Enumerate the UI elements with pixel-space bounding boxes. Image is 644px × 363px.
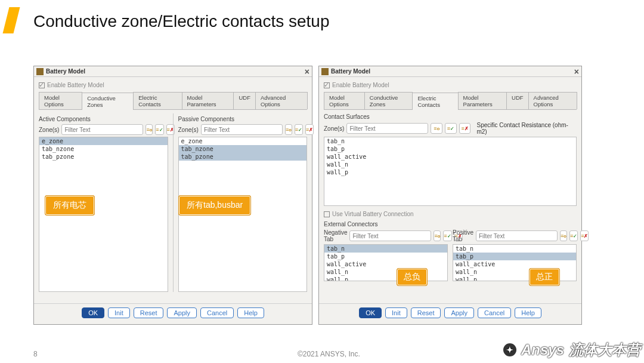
positive-tab-label: Positive Tab [453, 229, 473, 242]
tab-conductive-zones[interactable]: Conductive Zones [82, 93, 134, 110]
dialog-titlebar: Battery Model × [319, 66, 581, 77]
apply-button[interactable]: Apply [167, 307, 197, 318]
list-item[interactable]: wall_n [324, 161, 576, 168]
zones-label: Zone(s) [324, 125, 344, 132]
apply-button[interactable]: Apply [444, 307, 474, 318]
contact-surfaces-label: Contact Surfaces [324, 113, 577, 120]
specific-resistance-label: Specific Contact Resistance (ohm-m2) [476, 122, 577, 135]
list-item[interactable]: e_zone [39, 137, 168, 145]
neg-listbox[interactable]: tab_n tab_p wall_active wall_n wall_p [324, 244, 448, 281]
copyright: ©2021 ANSYS, Inc. [298, 350, 360, 358]
watermark: ✦ Ansys 流体大本营 [503, 340, 640, 359]
wechat-icon: ✦ [503, 343, 516, 356]
close-icon[interactable]: × [574, 67, 579, 76]
select-all-icon[interactable]: ≡✓ [569, 230, 578, 241]
cancel-button[interactable]: Cancel [200, 307, 234, 318]
list-item[interactable]: tab_n [324, 245, 447, 253]
init-button[interactable]: Init [108, 307, 130, 318]
list-item[interactable]: tab_n [324, 137, 576, 145]
callout-positive: 总正 [530, 269, 559, 285]
cancel-button[interactable]: Cancel [478, 307, 511, 318]
dialog-title: Battery Model [46, 68, 85, 75]
filter-exact-icon[interactable]: ≡o [431, 123, 442, 134]
deselect-all-icon[interactable]: ≡✗ [580, 230, 589, 241]
select-all-icon[interactable]: ≡✓ [443, 230, 451, 241]
page-number: 8 [33, 350, 38, 358]
dialog-title: Battery Model [331, 68, 370, 75]
tab-advanced-options[interactable]: Advanced Options [528, 92, 577, 109]
tab-model-parameters[interactable]: Model Parameters [182, 92, 234, 109]
callout-active: 所有电芯 [45, 196, 94, 215]
list-item[interactable]: wall_active [453, 260, 576, 268]
pos-filter-input[interactable] [476, 230, 558, 241]
use-virtual-checkbox[interactable] [324, 211, 330, 217]
callout-negative: 总负 [397, 269, 427, 285]
deselect-all-icon[interactable]: ≡✗ [166, 124, 175, 135]
tab-electric-contacts[interactable]: Electric Contacts [133, 92, 182, 109]
active-filter-input[interactable] [61, 124, 143, 135]
negative-tab-label: Negative Tab [324, 229, 347, 242]
dialog-buttons: OK Init Reset Apply Cancel Help [34, 303, 312, 322]
filter-exact-icon[interactable]: ≡o [285, 124, 292, 135]
surfaces-filter-input[interactable] [346, 123, 428, 134]
slide-title: Conductive zone/Electric contacts setup [33, 12, 329, 31]
callout-passive: 所有tab,busbar [179, 196, 250, 215]
enable-battery-checkbox[interactable] [324, 82, 330, 88]
list-item[interactable]: tab_p [324, 145, 576, 153]
deselect-all-icon[interactable]: ≡✗ [305, 124, 314, 135]
tab-model-options[interactable]: Model Options [39, 92, 82, 109]
passive-filter-input[interactable] [201, 124, 283, 135]
active-components-label: Active Components [39, 116, 168, 122]
tab-udf[interactable]: UDF [233, 92, 256, 109]
select-all-icon[interactable]: ≡✓ [445, 123, 457, 134]
filter-exact-icon[interactable]: ≡o [145, 124, 153, 135]
neg-filter-input[interactable] [349, 230, 431, 241]
deselect-all-icon[interactable]: ≡✗ [459, 123, 471, 134]
reset-button[interactable]: Reset [411, 307, 441, 318]
list-item[interactable]: tab_p [453, 253, 576, 260]
watermark-left: Ansys [521, 342, 564, 358]
app-icon [321, 68, 329, 75]
dialog-buttons: OK Init Reset Apply Cancel Help [319, 303, 581, 322]
ok-button[interactable]: OK [82, 307, 104, 318]
ok-button[interactable]: OK [359, 307, 382, 318]
list-item[interactable]: tab_p [324, 253, 447, 260]
list-item[interactable]: wall_n [324, 268, 447, 276]
tab-electric-contacts[interactable]: Electric Contacts [412, 93, 458, 110]
zones-label: Zone(s) [39, 127, 59, 133]
list-item[interactable]: tab_pzone [179, 153, 307, 161]
surfaces-listbox[interactable]: tab_n tab_p wall_active wall_n wall_p [324, 137, 577, 206]
list-item[interactable]: wall_active [324, 260, 447, 268]
filter-exact-icon[interactable]: ≡o [434, 230, 441, 241]
filter-exact-icon[interactable]: ≡o [560, 230, 567, 241]
select-all-icon[interactable]: ≡✓ [155, 124, 163, 135]
init-button[interactable]: Init [385, 307, 407, 318]
list-item[interactable]: wall_p [324, 168, 576, 176]
watermark-right: 流体大本营 [569, 340, 640, 359]
close-icon[interactable]: × [305, 67, 309, 76]
help-button[interactable]: Help [237, 307, 264, 318]
list-item[interactable]: tab_nzone [179, 145, 307, 153]
zones-label: Zone(s) [178, 127, 199, 133]
tab-advanced-options[interactable]: Advanced Options [255, 92, 308, 109]
list-item[interactable]: tab_n [453, 245, 576, 253]
title-accent [3, 7, 20, 33]
list-item[interactable]: e_zone [179, 137, 307, 145]
tab-model-options[interactable]: Model Options [324, 92, 365, 109]
tabs: Model Options Conductive Zones Electric … [39, 92, 307, 110]
help-button[interactable]: Help [515, 307, 541, 318]
select-all-icon[interactable]: ≡✓ [295, 124, 303, 135]
list-item[interactable]: wall_p [324, 276, 447, 281]
list-item[interactable]: tab_pzone [39, 153, 168, 161]
reset-button[interactable]: Reset [134, 307, 164, 318]
list-item[interactable]: tab_nzone [39, 145, 168, 153]
list-item[interactable]: wall_active [324, 153, 576, 161]
tabs: Model Options Conductive Zones Electric … [324, 92, 577, 110]
tab-conductive-zones[interactable]: Conductive Zones [364, 92, 413, 109]
tab-model-parameters[interactable]: Model Parameters [458, 92, 507, 109]
enable-battery-label: Enable Battery Model [332, 82, 389, 88]
external-connectors-label: External Connectors [324, 221, 577, 227]
enable-battery-checkbox[interactable] [39, 82, 45, 88]
tab-udf[interactable]: UDF [506, 92, 529, 109]
divider [173, 113, 174, 292]
